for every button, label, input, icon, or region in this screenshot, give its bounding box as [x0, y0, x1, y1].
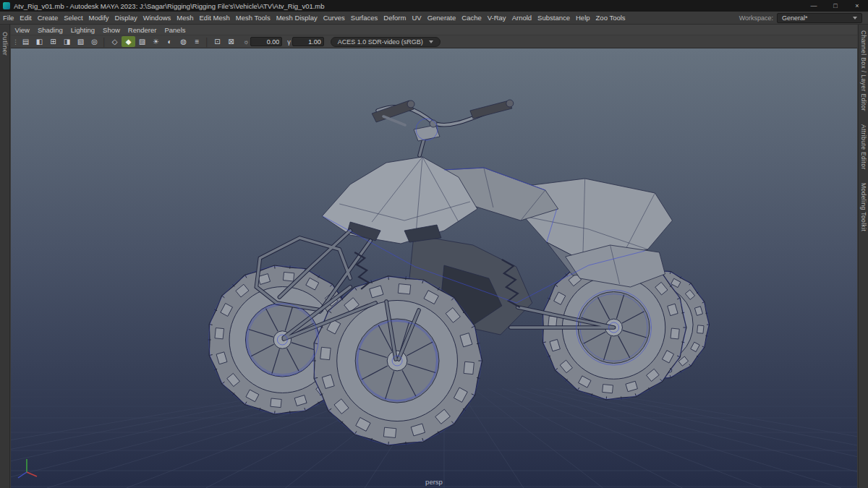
bookmarks-icon[interactable]: ◨: [60, 36, 74, 47]
menu-item[interactable]: Surfaces: [348, 12, 381, 25]
select-camera-icon[interactable]: ▤: [19, 36, 33, 47]
main-menubar: FileEditCreateSelectModifyDisplayWindows…: [0, 12, 868, 25]
sidebar-tab[interactable]: Attribute Editor: [860, 124, 867, 170]
viewport-persp[interactable]: persp: [11, 48, 857, 488]
chevron-down-icon: [429, 40, 433, 43]
menu-item[interactable]: File: [0, 12, 17, 25]
exposure-field[interactable]: [250, 37, 282, 46]
workspace-value: General*: [782, 14, 808, 22]
menu-item[interactable]: Select: [61, 12, 85, 25]
menu-item[interactable]: Arnold: [509, 12, 535, 25]
view-transform-dropdown[interactable]: ACES 1.0 SDR-video (sRGB): [331, 37, 441, 47]
panel-menu-item[interactable]: Shading: [33, 25, 67, 35]
menu-item[interactable]: Deform: [380, 12, 409, 25]
menu-item[interactable]: Modify: [86, 12, 112, 25]
view-transform-value: ACES 1.0 SDR-video (sRGB): [338, 38, 423, 46]
exposure-icon: ☼: [243, 38, 249, 46]
lock-camera-icon[interactable]: ◧: [33, 36, 46, 47]
shaded-mode-icon[interactable]: ◆: [122, 36, 135, 47]
maya-logo-icon: [3, 2, 10, 9]
close-button[interactable]: ×: [846, 0, 868, 12]
menu-item[interactable]: Mesh Tools: [233, 12, 273, 25]
camera-name-label: persp: [425, 478, 443, 486]
panel-menu-item[interactable]: Renderer: [124, 25, 161, 35]
window-controls: — □ ×: [803, 0, 868, 12]
axis-indicator: [18, 459, 37, 478]
menu-item[interactable]: Windows: [140, 12, 174, 25]
pan-zoom-icon[interactable]: ◎: [88, 36, 101, 47]
panel-menu-item[interactable]: Lighting: [67, 25, 98, 35]
gamma-icon: γ: [287, 38, 291, 46]
textured-mode-icon[interactable]: ▨: [135, 36, 149, 47]
window-title: Atv_Rig_v01.mb - Autodesk MAYA 2023: J:\…: [14, 2, 325, 10]
outliner-tab-label: Outliner: [1, 32, 9, 488]
menu-item[interactable]: Curves: [320, 12, 348, 25]
image-plane-icon[interactable]: ▧: [74, 36, 88, 47]
menu-item[interactable]: V-Ray: [485, 12, 509, 25]
menu-item[interactable]: Create: [35, 12, 61, 25]
menu-items: FileEditCreateSelectModifyDisplayWindows…: [0, 12, 629, 24]
panel-menu-item[interactable]: View: [11, 25, 33, 35]
xray-icon[interactable]: ⊠: [224, 36, 238, 47]
menu-item[interactable]: Edit Mesh: [197, 12, 233, 25]
menu-item[interactable]: Zoo Tools: [593, 12, 629, 25]
viewport-toolbar: ⋮▤◧⊞◨▧◎│◇◆▨☀◐◍≡│⊡⊠ ☼ γ ACES 1.0 SDR-vide…: [11, 35, 857, 48]
camera-attributes-icon[interactable]: ⊞: [46, 36, 60, 47]
atv-model[interactable]: [208, 100, 710, 445]
outliner-collapsed-panel[interactable]: Outliner: [0, 25, 10, 488]
gamma-field[interactable]: [292, 37, 324, 46]
menu-item[interactable]: Mesh: [174, 12, 196, 25]
isolate-select-icon[interactable]: ⊡: [210, 36, 224, 47]
right-sidebar-tabs: Channel Box / Layer EditorAttribute Edit…: [858, 25, 868, 488]
shadows-icon[interactable]: ◐: [163, 36, 176, 47]
menu-item[interactable]: Help: [573, 12, 593, 25]
menu-item[interactable]: Cache: [459, 12, 484, 25]
panel-menu-item[interactable]: Show: [99, 25, 124, 35]
anti-aliasing-icon[interactable]: ≡: [190, 36, 204, 47]
titlebar[interactable]: Atv_Rig_v01.mb - Autodesk MAYA 2023: J:\…: [0, 0, 868, 12]
panel-menu-item[interactable]: Panels: [161, 25, 190, 35]
ambient-occlusion-icon[interactable]: ◍: [176, 36, 190, 47]
toolbar-separator: │: [204, 36, 210, 47]
menu-item[interactable]: Substance: [535, 12, 573, 25]
maximize-button[interactable]: □: [825, 0, 846, 12]
menu-item[interactable]: Mesh Display: [273, 12, 320, 25]
chevron-down-icon: [853, 17, 857, 20]
workspace-switcher: Workspace: General*: [739, 13, 868, 23]
workspace-label: Workspace:: [739, 14, 773, 22]
wireframe-mode-icon[interactable]: ◇: [108, 36, 122, 47]
workspace-dropdown[interactable]: General*: [777, 13, 862, 23]
toolbar-drag-handle: ⋮: [12, 36, 19, 47]
use-all-lights-icon[interactable]: ☀: [149, 36, 163, 47]
menu-item[interactable]: Edit: [17, 12, 34, 25]
menu-item[interactable]: UV: [409, 12, 424, 25]
menu-item[interactable]: Display: [112, 12, 140, 25]
viewport-canvas[interactable]: [11, 48, 857, 488]
sidebar-tab[interactable]: Modeling Toolkit: [860, 183, 867, 231]
panel-menubar: ViewShadingLightingShowRendererPanels: [11, 25, 857, 35]
sidebar-tab[interactable]: Channel Box / Layer Editor: [860, 30, 867, 111]
minimize-button[interactable]: —: [803, 0, 825, 12]
toolbar-separator: │: [101, 36, 108, 47]
menu-item[interactable]: Generate: [425, 12, 459, 25]
